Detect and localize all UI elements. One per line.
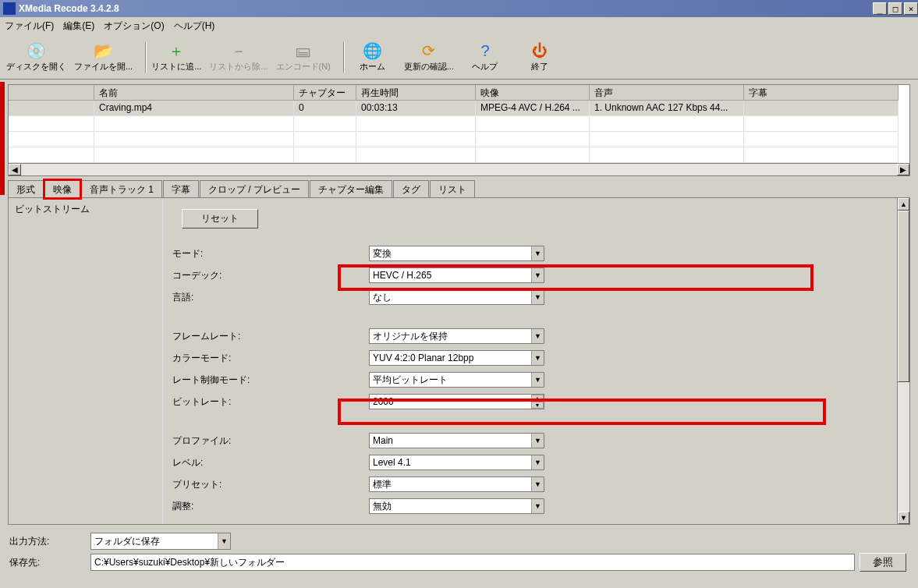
file-list-cell — [9, 147, 94, 163]
remove-list-button[interactable]: －リストから除... — [209, 41, 268, 73]
refresh-icon: ⟳ — [418, 41, 440, 61]
ratecontrol-combo[interactable]: 平均ビットレート▼ — [369, 372, 544, 388]
tune-label: 調整: — [172, 500, 369, 513]
output-method-label: 出力方法: — [9, 535, 90, 548]
scroll-right-icon[interactable]: ▶ — [897, 164, 909, 175]
file-list-header[interactable]: 名前 — [94, 85, 294, 101]
file-list-cell — [9, 116, 94, 132]
encode-button[interactable]: 🖴エンコード(N) — [276, 41, 331, 73]
encode-icon: 🖴 — [292, 41, 314, 61]
tab-bar: 形式 映像 音声トラック 1 字幕 クロップ / プレビュー チャプター編集 タ… — [8, 179, 910, 197]
toolbar-separator — [145, 41, 147, 73]
framerate-combo[interactable]: オリジナルを保持▼ — [369, 328, 544, 344]
titlebar: XMedia Recode 3.4.2.8 _ □ × — [0, 0, 918, 17]
tab-video[interactable]: 映像 — [44, 180, 80, 198]
tab-crop[interactable]: クロップ / プレビュー — [200, 180, 309, 198]
open-file-button[interactable]: 📂ファイルを開... — [74, 41, 133, 73]
chevron-down-icon: ▼ — [531, 499, 544, 513]
file-list-cell[interactable]: 00:03:13 — [356, 101, 476, 116]
tree-pane: ビットストリーム — [9, 198, 163, 524]
scroll-up-icon[interactable]: ▲ — [898, 198, 909, 211]
file-list-cell[interactable]: 1. Unknown AAC 127 Kbps 44... — [590, 101, 744, 116]
menu-file[interactable]: ファイル(F) — [5, 19, 54, 33]
preset-combo[interactable]: 標準▼ — [369, 476, 544, 492]
update-button[interactable]: ⟳更新の確認... — [404, 41, 454, 73]
chevron-down-icon: ▼ — [531, 434, 544, 448]
language-combo[interactable]: なし▼ — [369, 289, 544, 305]
tune-combo[interactable]: 無効▼ — [369, 498, 544, 514]
preset-label: プリセット: — [172, 478, 369, 491]
file-list-header[interactable]: 再生時間 — [356, 85, 476, 101]
menubar: ファイル(F) 編集(E) オプション(O) ヘルプ(H) — [0, 17, 918, 34]
scroll-down-icon[interactable]: ▼ — [898, 512, 909, 524]
tab-format[interactable]: 形式 — [8, 180, 44, 198]
close-button[interactable]: × — [904, 2, 918, 15]
tree-root[interactable]: ビットストリーム — [15, 203, 156, 216]
spin-down-icon[interactable]: ▼ — [531, 402, 544, 409]
app-icon — [3, 2, 16, 15]
open-disc-button[interactable]: 💿ディスクを開く — [6, 41, 66, 73]
file-list-cell[interactable]: MPEG-4 AVC / H.264 ... — [476, 101, 590, 116]
file-list-scrollbar[interactable]: ◀ ▶ — [9, 163, 909, 175]
reset-button[interactable]: リセット — [182, 209, 258, 228]
scroll-thumb[interactable] — [898, 211, 909, 382]
file-list-cell[interactable] — [9, 101, 94, 116]
mode-combo[interactable]: 変換▼ — [369, 246, 544, 261]
file-list-header[interactable]: 映像 — [476, 85, 590, 101]
spin-up-icon[interactable]: ▲ — [531, 395, 544, 402]
codec-label: コーデック: — [172, 269, 369, 282]
codec-combo[interactable]: HEVC / H.265▼ — [369, 267, 544, 283]
file-list-header[interactable]: 字幕 — [744, 85, 899, 101]
chevron-down-icon: ▼ — [531, 329, 544, 343]
help-button[interactable]: ?ヘルプ — [462, 41, 509, 73]
tab-chapter[interactable]: チャプター編集 — [310, 180, 392, 198]
dest-path-input[interactable]: C:¥Users¥suzuki¥Desktop¥新しいフォルダー — [90, 554, 855, 571]
file-list-header[interactable] — [9, 85, 94, 101]
tab-list[interactable]: リスト — [430, 180, 475, 198]
bitrate-label: ビットレート: — [172, 395, 369, 409]
menu-help[interactable]: ヘルプ(H) — [174, 19, 215, 33]
level-label: レベル: — [172, 456, 369, 469]
toolbar: 💿ディスクを開く 📂ファイルを開... ＋リストに追... －リストから除...… — [0, 34, 918, 80]
tab-audio[interactable]: 音声トラック 1 — [81, 180, 162, 198]
disc-icon: 💿 — [26, 41, 48, 61]
exit-button[interactable]: ⏻終了 — [516, 41, 563, 73]
home-button[interactable]: 🌐ホーム — [349, 41, 396, 73]
file-list-cell[interactable]: Craving.mp4 — [94, 101, 294, 116]
add-list-button[interactable]: ＋リストに追... — [151, 41, 201, 73]
framerate-label: フレームレート: — [172, 330, 369, 343]
plus-icon: ＋ — [165, 41, 187, 61]
power-icon: ⏻ — [529, 41, 551, 61]
chevron-down-icon: ▼ — [531, 351, 544, 365]
menu-options[interactable]: オプション(O) — [104, 19, 164, 33]
toolbar-separator — [343, 41, 345, 73]
form-scrollbar[interactable]: ▲ ▼ — [897, 198, 909, 524]
chevron-down-icon: ▼ — [531, 268, 544, 282]
minimize-button[interactable]: _ — [873, 2, 887, 15]
window-title: XMedia Recode 3.4.2.8 — [19, 3, 871, 14]
chevron-down-icon: ▼ — [531, 290, 544, 304]
bitrate-spinner[interactable]: 2000▲▼ — [369, 394, 544, 409]
file-list-cell — [9, 132, 94, 147]
scroll-left-icon[interactable]: ◀ — [9, 164, 21, 175]
colormode-combo[interactable]: YUV 4:2:0 Planar 12bpp▼ — [369, 350, 544, 366]
file-list-header[interactable]: 音声 — [590, 85, 744, 101]
level-combo[interactable]: Level 4.1▼ — [369, 455, 544, 470]
bottom-panel: 出力方法: フォルダに保存▼ 保存先: C:¥Users¥suzuki¥Desk… — [0, 525, 918, 576]
browse-button[interactable]: 参照 — [860, 553, 906, 572]
tab-subtitle[interactable]: 字幕 — [163, 180, 199, 198]
red-marker-left — [0, 82, 5, 195]
tab-content: ビットストリーム リセット モード: 変換▼ コーデック: HEVC / H.2… — [8, 197, 910, 525]
file-list-header[interactable]: チャプター — [294, 85, 356, 101]
mode-label: モード: — [172, 247, 369, 260]
tab-tag[interactable]: タグ — [393, 180, 429, 198]
file-list-cell[interactable] — [744, 101, 899, 116]
help-icon: ? — [474, 41, 496, 61]
output-method-combo[interactable]: フォルダに保存▼ — [90, 533, 231, 550]
profile-combo[interactable]: Main▼ — [369, 433, 544, 448]
language-label: 言語: — [172, 291, 369, 304]
menu-edit[interactable]: 編集(E) — [63, 19, 94, 33]
file-list-cell[interactable]: 0 — [294, 101, 356, 116]
chevron-down-icon: ▼ — [531, 246, 544, 260]
maximize-button[interactable]: □ — [888, 2, 902, 15]
